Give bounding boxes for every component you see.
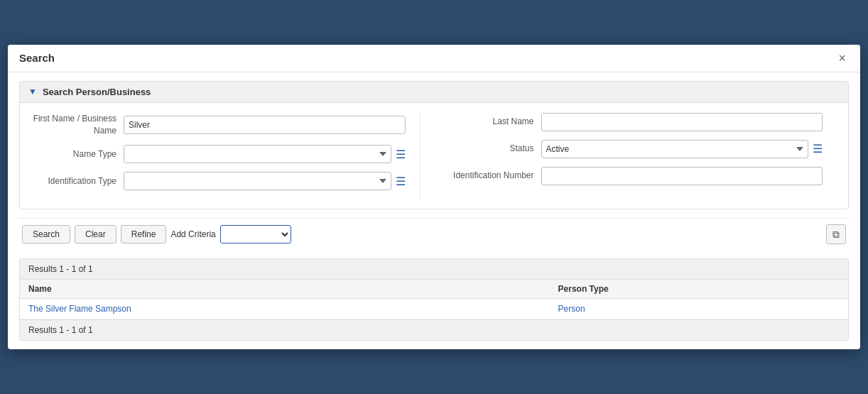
- id-type-group: ☰: [124, 172, 406, 190]
- form-left-col: First Name / Business Name Name Type ☰: [31, 113, 421, 199]
- add-criteria-select[interactable]: [220, 225, 291, 243]
- id-number-input[interactable]: [541, 167, 823, 185]
- results-header: Results 1 - 1 of 1: [20, 259, 848, 280]
- table-header-row: Name Person Type: [20, 280, 848, 299]
- modal-body: ▼ Search Person/Business First Name / Bu…: [8, 72, 860, 350]
- table-cell-name: The Silver Flame Sampson: [20, 299, 550, 319]
- id-number-row: Identification Number: [449, 167, 823, 185]
- name-type-list-icon[interactable]: ☰: [396, 148, 406, 161]
- form-right-col: Last Name Status Active Inactive: [435, 113, 837, 199]
- search-button[interactable]: Search: [22, 225, 70, 243]
- last-name-row: Last Name: [449, 113, 823, 131]
- results-footer: Results 1 - 1 of 1: [20, 319, 848, 340]
- section-body: First Name / Business Name Name Type ☰: [20, 103, 848, 209]
- modal-header: Search ×: [8, 45, 860, 72]
- status-label: Status: [449, 143, 541, 155]
- close-button[interactable]: ×: [835, 52, 849, 65]
- status-list-icon[interactable]: ☰: [813, 142, 823, 155]
- table-row: The Silver Flame Sampson Person: [20, 299, 848, 319]
- toolbar: Search Clear Refine Add Criteria ⧉: [19, 218, 849, 250]
- status-row: Status Active Inactive ☰: [449, 140, 823, 158]
- clear-button[interactable]: Clear: [75, 225, 116, 243]
- name-type-label: Name Type: [31, 148, 124, 160]
- results-section: Results 1 - 1 of 1 Name Person Type The …: [19, 258, 849, 341]
- first-name-row: First Name / Business Name: [31, 113, 406, 137]
- first-name-label: First Name / Business Name: [31, 113, 124, 137]
- toolbar-right: ⧉: [826, 224, 846, 244]
- col-person-type-header: Person Type: [550, 280, 848, 299]
- search-section: ▼ Search Person/Business First Name / Bu…: [19, 81, 849, 210]
- last-name-input[interactable]: [541, 113, 823, 131]
- name-link[interactable]: The Silver Flame Sampson: [28, 304, 131, 314]
- status-select[interactable]: Active Inactive: [541, 140, 809, 158]
- id-type-label: Identification Type: [31, 175, 124, 187]
- external-link-button[interactable]: ⧉: [826, 224, 846, 244]
- name-type-select[interactable]: [124, 145, 391, 163]
- name-type-row: Name Type ☰: [31, 145, 406, 163]
- person-type-link[interactable]: Person: [558, 304, 585, 314]
- section-title: Search Person/Business: [43, 87, 151, 97]
- section-header: ▼ Search Person/Business: [20, 82, 848, 103]
- modal: Search × ▼ Search Person/Business First …: [8, 45, 860, 350]
- status-group: Active Inactive ☰: [541, 140, 823, 158]
- section-toggle-icon[interactable]: ▼: [28, 87, 37, 97]
- id-number-label: Identification Number: [449, 170, 541, 182]
- first-name-input[interactable]: [124, 116, 406, 134]
- refine-button[interactable]: Refine: [121, 225, 167, 243]
- last-name-label: Last Name: [449, 116, 541, 128]
- add-criteria-label: Add Criteria: [170, 229, 215, 239]
- results-table: Name Person Type The Silver Flame Sampso…: [20, 280, 848, 319]
- name-type-group: ☰: [124, 145, 406, 163]
- modal-title: Search: [19, 52, 55, 64]
- form-grid: First Name / Business Name Name Type ☰: [31, 113, 837, 199]
- id-type-select[interactable]: [124, 172, 391, 190]
- col-name-header: Name: [20, 280, 550, 299]
- id-type-row: Identification Type ☰: [31, 172, 406, 190]
- id-type-list-icon[interactable]: ☰: [396, 175, 406, 188]
- table-cell-person-type: Person: [550, 299, 848, 319]
